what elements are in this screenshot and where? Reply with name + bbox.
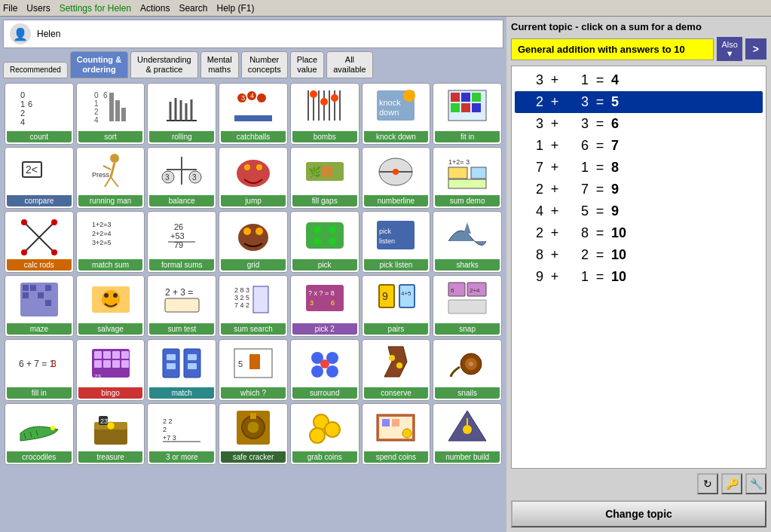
svg-rect-137	[112, 360, 120, 368]
game-safecracker[interactable]: safe cracker	[219, 403, 288, 465]
menu-settings[interactable]: Settings for Helen	[60, 3, 131, 14]
game-sharks[interactable]: sharks	[433, 211, 502, 273]
numberline-label: numberline	[364, 195, 429, 206]
game-formalsums[interactable]: 26 +53 79 formal sums	[147, 211, 216, 273]
game-numberbuild[interactable]: number build	[433, 403, 502, 465]
svg-text:3: 3	[192, 173, 197, 182]
tab-mental[interactable]: Mentalmaths	[200, 51, 239, 78]
game-surround[interactable]: surround	[290, 339, 359, 401]
also-arrow: ▼	[726, 49, 734, 58]
salvage-icon	[78, 277, 143, 321]
3ormore-label: 3 or more	[149, 451, 214, 463]
sum-ans-1: 4	[611, 72, 638, 88]
tab-all[interactable]: Allavailable	[326, 51, 372, 78]
game-catchballs[interactable]: 3 4 catchballs	[219, 83, 288, 145]
game-treasure[interactable]: 23 treasure	[76, 403, 145, 465]
game-sort[interactable]: 0 1 2 4 6 sort	[76, 83, 145, 145]
svg-point-97	[474, 234, 479, 238]
game-balance[interactable]: 3 3 balance	[147, 147, 216, 209]
svg-rect-131	[94, 351, 102, 359]
game-fitin[interactable]: fit in	[433, 83, 502, 145]
sum-row-7[interactable]: 4 + 5 = 9	[515, 200, 763, 222]
game-maze[interactable]: maze	[5, 275, 74, 337]
game-spendcoins[interactable]: spend coins	[362, 403, 431, 465]
sum-row-8[interactable]: 2 + 8 = 10	[515, 222, 763, 244]
sum-row-6[interactable]: 2 + 7 = 9	[515, 179, 763, 200]
game-pick[interactable]: pick	[290, 211, 359, 273]
game-rolling[interactable]: rolling	[147, 83, 216, 145]
game-which[interactable]: 5 which ?	[219, 339, 288, 401]
sum-op-8: +	[543, 225, 566, 241]
sum-a-10: 9	[521, 269, 543, 285]
svg-rect-70	[448, 167, 467, 179]
game-jump[interactable]: jump	[219, 147, 288, 209]
svg-text:2 8 3: 2 8 3	[234, 286, 249, 294]
game-bombs[interactable]: bombs	[290, 83, 359, 145]
game-count[interactable]: 0 1 2 4 6 count	[5, 83, 74, 145]
tab-understanding[interactable]: Understanding& practice	[130, 51, 198, 78]
refresh-button[interactable]: ↻	[697, 473, 718, 494]
game-pairs[interactable]: 9 4+5 pairs	[362, 275, 431, 337]
also-button[interactable]: Also ▼	[717, 37, 742, 61]
catchballs-label: catchballs	[221, 131, 286, 142]
tab-number[interactable]: Numberconcepts	[241, 51, 288, 78]
game-match[interactable]: match	[147, 339, 216, 401]
game-knockdown[interactable]: knock down knock down	[362, 83, 431, 145]
sum-row-10[interactable]: 9 + 1 = 10	[515, 266, 763, 288]
snails-icon	[435, 341, 500, 385]
game-runningman[interactable]: Press running man	[76, 147, 145, 209]
game-picklisten[interactable]: pick listen pick listen	[362, 211, 431, 273]
change-topic-button[interactable]: Change topic	[511, 500, 766, 527]
game-compare[interactable]: 2< compare	[5, 147, 74, 209]
settings-button[interactable]: 🔧	[745, 473, 766, 494]
picklisten-label: pick listen	[364, 259, 429, 271]
sum-row-5[interactable]: 7 + 1 = 8	[515, 157, 763, 179]
svg-rect-114	[253, 286, 268, 313]
game-pick2[interactable]: ? x ? = 8 3 6 pick 2	[290, 275, 359, 337]
game-grabcoins[interactable]: grab coins	[290, 403, 359, 465]
game-sumtest[interactable]: 2 + 3 = sum test	[147, 275, 216, 337]
menu-actions[interactable]: Actions	[140, 3, 170, 14]
game-conserve[interactable]: conserve	[362, 339, 431, 401]
svg-text:3: 3	[241, 94, 245, 102]
sum-row-1[interactable]: 3 + 1 = 4	[515, 69, 763, 91]
game-fillgaps[interactable]: 🌿 fill gaps	[290, 147, 359, 209]
sum-row-2[interactable]: 2 + 3 = 5	[515, 91, 763, 113]
tab-place[interactable]: Placevalue	[290, 51, 325, 78]
tab-counting[interactable]: Counting &ordering	[70, 51, 128, 78]
sum-eq-10: =	[589, 269, 611, 285]
game-bingo[interactable]: 23 bingo	[76, 339, 145, 401]
sum-row-3[interactable]: 3 + 3 = 6	[515, 113, 763, 135]
key-button[interactable]: 🔑	[721, 473, 742, 494]
tab-recommended[interactable]: Recommended	[3, 62, 68, 78]
svg-text:5: 5	[238, 359, 243, 368]
nav-button[interactable]: >	[745, 38, 766, 60]
game-snap[interactable]: 6 2+4 snap	[433, 275, 502, 337]
pick2-label: pick 2	[292, 323, 357, 335]
fillgaps-label: fill gaps	[292, 195, 357, 206]
match-icon	[149, 341, 214, 385]
game-snails[interactable]: snails	[433, 339, 502, 401]
game-salvage[interactable]: salvage	[76, 275, 145, 337]
svg-rect-172	[250, 413, 256, 419]
game-calcrods[interactable]: calc rods	[5, 211, 74, 273]
sum-row-9[interactable]: 8 + 2 = 10	[515, 244, 763, 266]
game-numberline[interactable]: numberline	[362, 147, 431, 209]
game-fillin[interactable]: 6 + 7 = 1 3 fill in	[5, 339, 74, 401]
numberline-icon	[364, 149, 429, 193]
game-sumdemo[interactable]: 1+2= 3 sum demo	[433, 147, 502, 209]
game-matchsum[interactable]: 1+2=3 2+2=4 3+2=5 match sum	[76, 211, 145, 273]
sum-row-4[interactable]: 1 + 6 = 7	[515, 135, 763, 157]
game-3ormore[interactable]: 2 2 2 +7 3 3 or more	[147, 403, 216, 465]
menu-users[interactable]: Users	[26, 3, 50, 14]
menu-help[interactable]: Help (F1)	[216, 3, 254, 14]
surround-icon	[292, 341, 357, 385]
game-grid[interactable]: grid	[219, 211, 288, 273]
menu-file[interactable]: File	[3, 3, 17, 14]
svg-rect-102	[38, 292, 44, 298]
game-sumsearch[interactable]: 2 8 3 3 2 5 7 4 2 sum search	[219, 275, 288, 337]
svg-text:+7 3: +7 3	[163, 434, 176, 442]
game-crocodiles[interactable]: crocodiles	[5, 403, 74, 465]
grid-label: grid	[221, 259, 286, 271]
menu-search[interactable]: Search	[179, 3, 207, 14]
